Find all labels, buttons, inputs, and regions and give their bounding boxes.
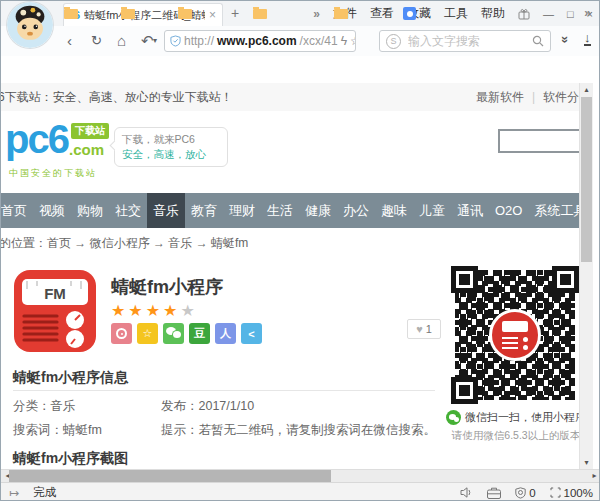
site-search-input[interactable]	[498, 129, 579, 153]
nav-communication[interactable]: 通讯	[451, 193, 489, 228]
nav-home[interactable]: 首页	[1, 193, 33, 228]
heart-icon: ♥	[416, 323, 423, 335]
blocked-count: 0	[529, 487, 535, 499]
slogan-line1: 下载，就来PC6	[122, 132, 220, 147]
nav-office[interactable]: 办公	[337, 193, 375, 228]
slogan-line2: 安全，高速，放心	[122, 147, 220, 162]
menu-help[interactable]: 帮助	[481, 5, 505, 22]
like-button[interactable]: ♥ 1	[407, 319, 441, 339]
horizontal-scrollbar-thumb[interactable]	[9, 470, 331, 482]
url-host: www.pc6.com	[217, 34, 297, 48]
status-bar: ↦ 完成 0 100%	[1, 482, 600, 501]
folder-icon	[178, 9, 192, 19]
scroll-down-icon[interactable]: ▾	[580, 456, 593, 469]
breadcrumb[interactable]: 的位置：首页 → 微信小程序 → 音乐 → 蜻蜓fm	[0, 228, 579, 258]
logo-badge: 下载站	[71, 123, 109, 139]
folder-icon	[253, 9, 267, 19]
minimize-button[interactable]: —	[543, 8, 554, 20]
nav-music-active[interactable]: 音乐	[147, 193, 185, 228]
speed-lightning-icon[interactable]: ϟ	[341, 34, 347, 48]
toolbar-overflow-icon[interactable]: »	[313, 7, 320, 21]
back-icon[interactable]: ‹	[67, 26, 72, 56]
address-bar[interactable]: http://www.pc6.com/xcx/41 ϟ ☆ ▾	[164, 30, 356, 52]
nav-fun[interactable]: 趣味	[375, 193, 413, 228]
pc6-logo[interactable]: pc6	[5, 117, 68, 161]
divider: |	[532, 83, 535, 111]
link-latest-software[interactable]: 最新软件	[476, 83, 524, 111]
refresh-icon[interactable]: ↻	[91, 26, 102, 56]
info-category: 分类：音乐	[13, 398, 76, 415]
site-header: pc6 下载站 .com 中国安全的下载站 下载，就来PC6 安全，高速，放心	[1, 111, 579, 193]
bookmarks-overflow-icon[interactable]: »	[584, 6, 591, 20]
new-tab-button[interactable]: +	[231, 5, 239, 21]
fullscreen-corners-icon	[550, 487, 561, 498]
rating-stars: ★★★★★	[111, 301, 198, 320]
horizontal-scrollbar[interactable]: ◂ ▸	[1, 469, 600, 482]
vertical-scrollbar[interactable]: ▴ ▾	[579, 83, 593, 469]
vertical-scrollbar-thumb[interactable]	[581, 97, 592, 262]
tab-close-icon[interactable]: ×	[209, 8, 216, 22]
download-manager-icon[interactable]: ↓	[584, 32, 591, 46]
user-avatar[interactable]	[7, 2, 53, 48]
nav-o2o[interactable]: O2O	[489, 193, 528, 228]
qr-version-tip: 请使用微信6.5.3以上的版本	[441, 429, 591, 443]
scroll-up-icon[interactable]: ▴	[580, 83, 593, 96]
share-douban-icon[interactable]: 豆	[189, 323, 210, 344]
share-more-icon[interactable]: <	[241, 323, 262, 344]
folder-icon	[121, 9, 135, 19]
undo-icon[interactable]: ↶	[141, 26, 154, 56]
nav-social[interactable]: 社交	[109, 193, 147, 228]
star-filled-icon: ★	[111, 302, 128, 319]
wechat-icon	[446, 410, 461, 425]
info-keyword: 搜索词：蜻蜓fm	[13, 422, 102, 439]
site-notice-bar: 6下载站：安全、高速、放心的专业下载站！ 最新软件 | 软件分类	[1, 83, 579, 112]
nav-education[interactable]: 教育	[185, 193, 223, 228]
scroll-right-icon[interactable]: ▸	[588, 470, 600, 482]
search-engine-icon[interactable]: S	[386, 34, 401, 49]
nav-shopping[interactable]: 购物	[71, 193, 109, 228]
folder-icon	[334, 9, 348, 19]
share-buttons: ☆ 豆 人 <	[111, 323, 262, 344]
browser-tab[interactable]: 6 蜻蜓fm小程序二维码_蜻蜓 ×	[63, 3, 223, 26]
toolbox-icon[interactable]	[487, 487, 501, 499]
toolbar-search: S	[379, 30, 551, 52]
url-scheme: http://	[184, 34, 214, 48]
mute-speaker-icon[interactable]	[460, 487, 473, 498]
share-qzone-icon[interactable]: ☆	[137, 323, 158, 344]
share-wechat-icon[interactable]	[163, 323, 184, 344]
magnifier-icon[interactable]	[532, 35, 544, 47]
browser-window: 6 蜻蜓fm小程序二维码_蜻蜓 × + » 文件 查看 收藏 工具 帮助 — □…	[0, 0, 600, 501]
screenshots-heading: 蜻蜓fm小程序截图	[13, 450, 128, 468]
nav-kids[interactable]: 儿童	[413, 193, 451, 228]
nav-life[interactable]: 生活	[261, 193, 299, 228]
folder-icon	[64, 9, 78, 19]
link-software-category[interactable]: 软件分类	[543, 83, 579, 111]
notice-links: 最新软件 | 软件分类	[476, 83, 579, 111]
url-path: /xcx/41	[300, 34, 338, 48]
qr-scan-tip: 微信扫一扫，使用小程序	[441, 410, 591, 425]
info-section-heading: 蜻蜓fm小程序信息	[13, 369, 128, 387]
search-input[interactable]	[406, 33, 527, 49]
home-icon[interactable]: ⌂	[117, 26, 126, 56]
maximize-button[interactable]: □	[567, 8, 574, 20]
nav-finance[interactable]: 理财	[223, 193, 261, 228]
nav-system-tools[interactable]: 系统工具	[528, 193, 579, 228]
info-tip: 提示：若暂无二维码，请复制搜索词在微信搜索。	[161, 422, 436, 439]
bookmark-star-icon[interactable]: ☆	[350, 34, 356, 48]
menu-view[interactable]: 查看	[370, 5, 394, 22]
qr-center-logo	[489, 309, 541, 361]
share-weibo-icon[interactable]	[111, 323, 132, 344]
baidu-icon	[403, 7, 416, 20]
zoom-control[interactable]: 100%	[550, 487, 593, 499]
ad-block-counter[interactable]: 0	[515, 487, 535, 499]
share-renren-icon[interactable]: 人	[215, 323, 236, 344]
nav-video[interactable]: 视频	[33, 193, 71, 228]
gift-icon[interactable]	[518, 8, 530, 20]
nav-health[interactable]: 健康	[299, 193, 337, 228]
mini-program-qr-code	[451, 266, 579, 404]
undo-dropdown-icon[interactable]: ▾	[153, 26, 157, 56]
logo-tagline: 中国安全的下载站	[9, 167, 97, 180]
menu-tools[interactable]: 工具	[444, 5, 468, 22]
app-title: 蜻蜓fm小程序	[111, 275, 223, 299]
toolbar-expand-icon[interactable]: »	[558, 36, 573, 43]
